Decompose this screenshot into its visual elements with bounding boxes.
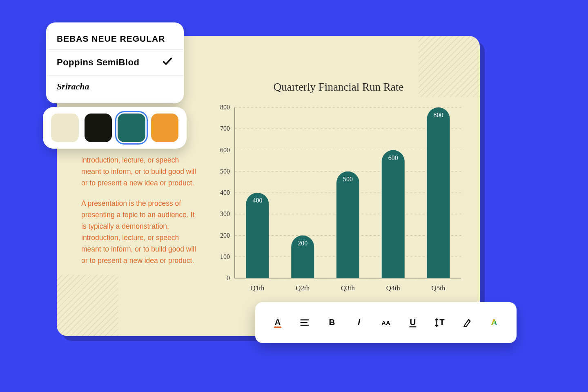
svg-text:Q4th: Q4th	[386, 284, 401, 292]
svg-text:T: T	[440, 317, 445, 327]
svg-text:800: 800	[220, 105, 230, 111]
highlight-icon	[461, 316, 473, 329]
text-gradient-icon: A	[488, 316, 500, 329]
svg-text:700: 700	[220, 125, 230, 132]
text-color-button[interactable]: A	[269, 314, 286, 331]
svg-rect-29	[274, 326, 282, 328]
bar-chart: 0100200300400500600700800400Q1th200Q2th5…	[212, 105, 465, 297]
letter-case-button[interactable]: AA	[377, 314, 394, 331]
bar-Q1th	[246, 193, 269, 278]
svg-text:200: 200	[298, 240, 307, 247]
bold-button[interactable]: B	[323, 314, 341, 331]
check-icon	[162, 56, 173, 69]
svg-text:AA: AA	[381, 319, 390, 326]
decoration-lines-bottom-left	[57, 275, 118, 336]
color-swatch-0[interactable]	[51, 114, 79, 142]
italic-button[interactable]: I	[350, 314, 368, 331]
font-option-label: BEBAS NEUE REGULAR	[57, 34, 165, 44]
highlight-button[interactable]	[459, 314, 476, 331]
text-gradient-button[interactable]: A	[486, 314, 503, 331]
font-option-label: Sriracha	[57, 81, 89, 92]
svg-text:A: A	[491, 317, 497, 327]
color-swatch-1[interactable]	[85, 114, 112, 142]
svg-text:100: 100	[220, 253, 230, 260]
svg-text:400: 400	[252, 197, 262, 204]
chart-title[interactable]: Quarterly Financial Run Rate	[212, 81, 465, 94]
color-swatch-3[interactable]	[151, 114, 179, 142]
svg-text:600: 600	[388, 154, 398, 161]
svg-text:Q2th: Q2th	[296, 284, 310, 292]
svg-text:Q5th: Q5th	[432, 284, 446, 292]
font-option-sriracha[interactable]: Sriracha	[46, 76, 184, 98]
bar-Q3th	[336, 172, 359, 278]
color-picker	[43, 107, 187, 149]
svg-text:200: 200	[220, 232, 230, 239]
font-option-label: Poppins SemiBlod	[57, 57, 139, 68]
bold-icon: B	[326, 316, 338, 329]
svg-text:B: B	[329, 317, 335, 327]
text-color-icon: A	[272, 316, 284, 329]
align-icon	[298, 316, 311, 329]
paragraph-1[interactable]: introduction, lecture, or speech meant t…	[81, 154, 200, 189]
line-height-icon: T	[434, 316, 446, 329]
bar-Q4th	[382, 150, 405, 278]
svg-text:U: U	[410, 317, 416, 327]
svg-text:0: 0	[227, 274, 230, 281]
svg-text:400: 400	[220, 189, 230, 196]
svg-text:Q1th: Q1th	[250, 284, 265, 292]
italic-icon: I	[353, 316, 365, 329]
underline-button[interactable]: U	[404, 314, 421, 331]
text-format-toolbar: ABIAAUTA	[255, 302, 517, 343]
bar-Q5th	[427, 107, 450, 278]
svg-text:600: 600	[220, 147, 230, 154]
color-swatch-2[interactable]	[118, 114, 145, 142]
svg-text:800: 800	[434, 111, 443, 118]
svg-text:Q3th: Q3th	[341, 284, 355, 292]
svg-text:500: 500	[220, 168, 230, 175]
align-button[interactable]	[296, 314, 313, 331]
svg-text:300: 300	[220, 210, 230, 217]
svg-text:A: A	[275, 317, 281, 327]
letter-case-icon: AA	[380, 316, 392, 329]
underline-icon: U	[407, 316, 419, 329]
chart-container: Quarterly Financial Run Rate 01002003004…	[212, 81, 465, 297]
svg-text:I: I	[358, 317, 361, 327]
paragraph-2[interactable]: A presentation is the process of present…	[81, 198, 200, 266]
line-height-button[interactable]: T	[431, 314, 448, 331]
font-picker: BEBAS NEUE REGULAR Poppins SemiBlod Srir…	[46, 22, 184, 103]
slide-body-text[interactable]: introduction, lecture, or speech meant t…	[81, 154, 200, 275]
font-option-poppins[interactable]: Poppins SemiBlod	[46, 50, 184, 76]
bar-chart-svg: 0100200300400500600700800400Q1th200Q2th5…	[212, 105, 465, 297]
svg-text:500: 500	[343, 176, 353, 183]
font-option-bebas[interactable]: BEBAS NEUE REGULAR	[46, 28, 184, 50]
